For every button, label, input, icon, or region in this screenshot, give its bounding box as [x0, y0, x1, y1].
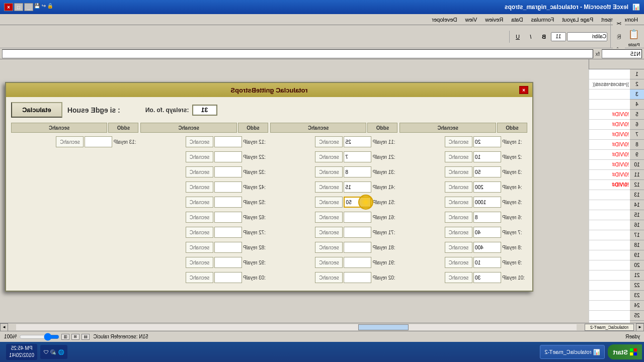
player-24-odds[interactable] — [214, 182, 242, 193]
player-12-odds[interactable] — [344, 151, 372, 162]
player-21-odds[interactable] — [214, 136, 242, 147]
cell-a23[interactable] — [589, 291, 630, 301]
scroll-track[interactable] — [16, 324, 577, 330]
calculate-button[interactable]: etaluclaC — [11, 102, 62, 118]
player-28-row: :82 reyalP secnahC — [141, 240, 269, 254]
cell-a10-error[interactable]: !0/VID# — [589, 160, 630, 170]
cell-a17[interactable] — [589, 230, 630, 240]
player-27-odds[interactable] — [214, 227, 242, 238]
bold-button[interactable]: B — [538, 31, 550, 43]
cell-a5-error[interactable]: !0/VID# — [589, 110, 630, 120]
player-14-odds[interactable] — [344, 182, 372, 193]
scroll-right-button[interactable]: ► — [0, 323, 8, 331]
player-3-odds[interactable] — [473, 166, 501, 177]
menu-view[interactable]: View — [461, 16, 481, 24]
taskbar-excel-button[interactable]: 📊 rotaluclaC_maeT-2 — [540, 345, 605, 359]
cell-a6-error[interactable]: !0/VID# — [589, 120, 630, 130]
sportsbetting-dialog[interactable]: × rotaluclaC gnitteBstropS 31 :srelayp .… — [5, 82, 533, 292]
cell-a15[interactable] — [589, 210, 630, 220]
paste-button[interactable]: 📋 — [626, 26, 642, 42]
player-16-odds[interactable] — [344, 212, 372, 223]
player-8-odds[interactable] — [473, 242, 501, 253]
player-22-odds[interactable] — [214, 151, 242, 162]
player-4-odds[interactable] — [473, 182, 501, 193]
menu-developer[interactable]: Developer — [428, 16, 461, 24]
cell-a24[interactable] — [589, 301, 630, 311]
player-28-odds[interactable] — [214, 242, 242, 253]
dialog-close-button[interactable]: × — [519, 86, 528, 94]
cell-a1[interactable] — [589, 69, 630, 79]
font-size-input[interactable] — [551, 32, 566, 41]
player-5-odds[interactable] — [473, 197, 501, 208]
player-20-chances: secnahC — [315, 272, 343, 283]
cell-a22[interactable] — [589, 281, 630, 291]
player-2-odds[interactable] — [473, 151, 501, 162]
cell-a20[interactable] — [589, 260, 630, 270]
menu-data[interactable]: Data — [507, 16, 527, 24]
italic-button[interactable]: I — [525, 31, 537, 43]
cell-a12-error[interactable]: !0/VID# — [589, 180, 630, 190]
cell-a8-error[interactable]: !0/VID# — [589, 140, 630, 150]
zoom-slider[interactable] — [19, 333, 59, 341]
player-1-odds[interactable] — [473, 136, 501, 147]
menu-review[interactable]: Review — [481, 16, 507, 24]
cell-a25[interactable] — [589, 311, 630, 321]
player-30-odds[interactable] — [214, 272, 242, 283]
formula-input[interactable]: ))*8$O8$*8$S8$(( — [2, 49, 593, 58]
player-11-odds[interactable] — [344, 136, 372, 147]
name-box[interactable] — [602, 49, 642, 58]
num-players-input[interactable]: 31 — [192, 105, 217, 116]
horizontal-scrollbar[interactable]: ◄ rotaluclaC_maeT-2 ► — [0, 323, 644, 331]
security-icon: 🛡 — [43, 349, 48, 355]
sheet-tab-calculator[interactable]: rotaluclaC_maeT-2 — [585, 324, 634, 331]
player-20-odds[interactable] — [344, 272, 372, 283]
player-17-odds[interactable] — [344, 227, 372, 238]
player-25-odds[interactable] — [214, 197, 242, 208]
player-13-odds[interactable] — [344, 166, 372, 177]
cell-a21[interactable] — [589, 270, 630, 281]
player-9-odds[interactable] — [473, 257, 501, 268]
page-layout-view-button[interactable]: ⊞ — [71, 334, 79, 340]
cell-a9-error[interactable]: !0/VID# — [589, 150, 630, 160]
cell-a3[interactable] — [589, 89, 630, 100]
player-8-row: :8 reyalP secnahC — [400, 240, 528, 254]
copy-button[interactable]: ⎘ — [613, 31, 625, 43]
cell-a13[interactable] — [589, 190, 630, 200]
cell-a14[interactable] — [589, 200, 630, 210]
player-26-row: :62 reyalP secnahC — [141, 210, 269, 224]
cell-a2[interactable]: ))*8$O8$*8$S8$(( — [589, 79, 630, 89]
player-6-odds[interactable] — [473, 212, 501, 223]
player-4-label: :4 reyalP — [502, 185, 527, 190]
cell-a16[interactable] — [589, 220, 630, 230]
scroll-thumb[interactable] — [358, 324, 409, 330]
cell-a11-error[interactable]: !0/VID# — [589, 170, 630, 180]
scroll-left-button[interactable]: ◄ — [636, 323, 644, 331]
cell-a4[interactable] — [589, 100, 630, 110]
close-window-button[interactable]: × — [4, 3, 13, 11]
dialog-title-bar[interactable]: × rotaluclaC gnitteBstropS — [6, 83, 532, 97]
player-18-odds[interactable] — [344, 242, 372, 253]
font-name-input[interactable] — [567, 32, 607, 41]
player-19-odds[interactable] — [344, 257, 372, 268]
menu-formulas[interactable]: Formulas — [527, 16, 558, 24]
cut-button[interactable]: ✂ — [613, 18, 625, 30]
player-23-odds[interactable] — [214, 166, 242, 177]
cell-a18[interactable] — [589, 240, 630, 250]
player-22-row: :22 reyalP secnahC — [141, 150, 269, 164]
player-7-odds[interactable] — [473, 227, 501, 238]
clock[interactable]: PM 45:25 0102/20/41 — [6, 344, 37, 360]
player-31-odds[interactable] — [85, 136, 113, 147]
cell-a7-error[interactable]: !0/VID# — [589, 130, 630, 140]
normal-view-button[interactable]: ▤ — [82, 334, 90, 340]
maximize-button[interactable]: □ — [14, 3, 23, 11]
minimize-button[interactable]: _ — [24, 3, 33, 11]
start-button[interactable]: Start — [608, 344, 642, 359]
player-15-odds[interactable] — [344, 197, 372, 208]
page-break-view-button[interactable]: ▥ — [61, 334, 69, 340]
player-29-odds[interactable] — [214, 257, 242, 268]
player-26-odds[interactable] — [214, 212, 242, 223]
cell-a19[interactable] — [589, 250, 630, 260]
underline-button[interactable]: U — [512, 31, 524, 43]
menu-page-layout[interactable]: Page Layout — [558, 16, 597, 24]
player-10-odds[interactable] — [473, 272, 501, 283]
